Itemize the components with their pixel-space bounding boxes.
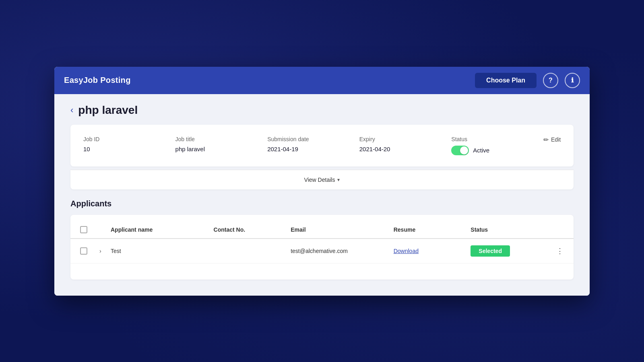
choose-plan-button[interactable]: Choose Plan <box>475 73 537 88</box>
back-icon: ‹ <box>70 105 73 115</box>
edit-button[interactable]: ✏ Edit <box>543 136 561 144</box>
status-toggle[interactable] <box>451 146 469 155</box>
table-header: Applicant name Contact No. Email Resume … <box>70 221 574 239</box>
app-logo: EasyJob Posting <box>64 76 131 85</box>
header-actions: Choose Plan ? ℹ <box>475 73 580 88</box>
view-details-button[interactable]: View Details ▾ <box>70 170 574 189</box>
edit-icon: ✏ <box>543 136 549 144</box>
info-button[interactable]: ℹ <box>565 73 580 88</box>
table-row: › Test test@alchemative.com Download Sel… <box>70 239 574 263</box>
header: EasyJob Posting Choose Plan ? ℹ <box>54 67 590 94</box>
job-id-label: Job ID <box>83 136 175 142</box>
job-title-label: Job title <box>175 136 268 142</box>
row-checkbox[interactable] <box>80 247 87 255</box>
th-email: Email <box>291 226 394 233</box>
row-actions-cell: ⋮ <box>548 247 564 255</box>
page-title: php laravel <box>78 104 138 117</box>
applicants-title: Applicants <box>70 199 574 208</box>
header-checkbox[interactable] <box>80 226 87 233</box>
view-details-label: View Details <box>304 177 335 183</box>
chevron-down-icon: ▾ <box>337 177 340 183</box>
status-section: Active <box>451 146 543 155</box>
applicant-status: Selected <box>471 245 548 257</box>
help-button[interactable]: ? <box>543 73 558 88</box>
job-id-field: Job ID 10 <box>83 136 175 152</box>
job-card: Job ID 10 Job title php laravel Submissi… <box>70 125 574 167</box>
applicant-name: Test <box>111 248 214 254</box>
job-title-field: Job title php laravel <box>175 136 268 152</box>
row-checkbox-cell <box>80 247 98 255</box>
toggle-thumb <box>460 146 468 154</box>
applicant-resume: Download <box>394 248 471 254</box>
expiry-field: Expiry 2021-04-20 <box>359 136 452 152</box>
expiry-value: 2021-04-20 <box>359 146 452 152</box>
th-resume: Resume <box>394 226 471 233</box>
more-actions-button[interactable]: ⋮ <box>556 247 564 255</box>
submission-date-value: 2021-04-19 <box>267 146 359 152</box>
applicant-email: test@alchemative.com <box>291 248 394 254</box>
applicants-table: Applicant name Contact No. Email Resume … <box>70 215 574 280</box>
table-footer <box>70 263 574 273</box>
edit-label: Edit <box>551 136 561 143</box>
th-contact: Contact No. <box>214 226 291 233</box>
status-label: Status <box>451 136 543 142</box>
job-id-value: 10 <box>83 146 175 152</box>
applicants-section: Applicants Applicant name Contact No. Em… <box>70 199 574 280</box>
resume-download-link[interactable]: Download <box>394 248 419 254</box>
th-checkbox <box>80 226 98 233</box>
submission-date-field: Submission date 2021-04-19 <box>267 136 359 152</box>
row-expand-cell: › <box>98 246 111 256</box>
status-field: Status Active <box>451 136 543 155</box>
help-icon: ? <box>549 77 553 84</box>
row-expand-button[interactable]: › <box>98 246 103 256</box>
status-badge: Selected <box>471 245 510 257</box>
back-button[interactable]: ‹ <box>70 105 73 115</box>
job-title-value: php laravel <box>175 146 268 152</box>
title-row: ‹ php laravel <box>70 104 574 117</box>
job-info-row: Job ID 10 Job title php laravel Submissi… <box>83 136 561 155</box>
info-icon: ℹ <box>571 76 574 84</box>
th-status: Status <box>471 226 548 233</box>
status-value: Active <box>473 147 489 154</box>
th-applicant-name: Applicant name <box>111 226 214 233</box>
app-container: EasyJob Posting Choose Plan ? ℹ ‹ php la… <box>54 67 590 296</box>
submission-date-label: Submission date <box>267 136 359 142</box>
main-content: ‹ php laravel Job ID 10 Job title php la… <box>54 94 590 296</box>
expiry-label: Expiry <box>359 136 452 142</box>
